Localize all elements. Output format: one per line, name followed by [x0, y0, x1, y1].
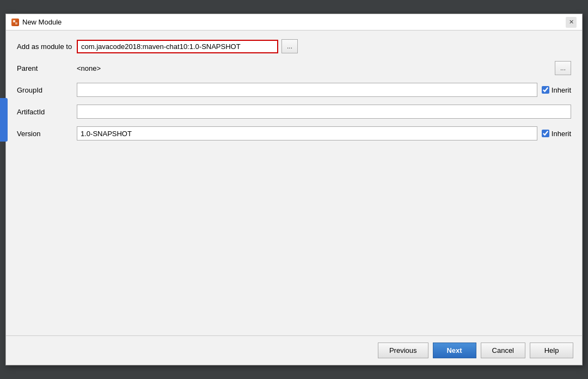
version-input[interactable]	[77, 126, 537, 140]
dialog-wrapper: New Module ✕ Add as module to com.javaco…	[0, 0, 588, 379]
parent-label: Parent	[17, 64, 77, 72]
groupid-inherit-text: Inherit	[552, 86, 571, 94]
add-as-module-label: Add as module to	[17, 42, 77, 51]
groupid-input[interactable]	[77, 83, 537, 97]
add-as-module-value: com.javacode2018:maven-chat10:1.0-SNAPSH…	[77, 40, 278, 53]
version-row: Version Inherit	[17, 126, 571, 140]
groupid-inherit-checkbox[interactable]	[542, 86, 549, 94]
module-icon	[11, 19, 19, 26]
groupid-label: GroupId	[17, 86, 77, 94]
version-inherit-label: Inherit	[542, 130, 571, 138]
groupid-row: GroupId Inherit	[17, 83, 571, 97]
new-module-dialog: New Module ✕ Add as module to com.javaco…	[5, 14, 583, 365]
groupid-inherit-label: Inherit	[542, 86, 571, 94]
version-inherit-text: Inherit	[552, 130, 571, 138]
title-bar-left: New Module	[11, 18, 62, 26]
add-as-module-row: Add as module to com.javacode2018:maven-…	[17, 39, 571, 53]
parent-row: Parent <none> ...	[17, 61, 571, 75]
title-bar: New Module ✕	[6, 14, 582, 30]
next-button[interactable]: Next	[433, 343, 476, 358]
side-accent-tab	[0, 98, 8, 142]
add-as-module-browse-button[interactable]: ...	[281, 39, 298, 53]
parent-value: <none>	[77, 63, 101, 74]
svg-rect-1	[15, 22, 17, 25]
artifactid-row: ArtifactId	[17, 105, 571, 119]
artifactid-label: ArtifactId	[17, 108, 77, 116]
dialog-footer: Previous Next Cancel Help	[6, 335, 582, 365]
dialog-title: New Module	[22, 18, 62, 26]
dialog-body: Add as module to com.javacode2018:maven-…	[6, 30, 582, 335]
parent-browse-button[interactable]: ...	[555, 61, 571, 75]
previous-button[interactable]: Previous	[378, 343, 428, 358]
svg-rect-0	[13, 20, 15, 22]
help-button[interactable]: Help	[530, 343, 573, 358]
version-label: Version	[17, 130, 77, 138]
version-inherit-checkbox[interactable]	[542, 130, 549, 137]
close-button[interactable]: ✕	[566, 17, 577, 28]
artifactid-input[interactable]	[77, 105, 571, 119]
cancel-button[interactable]: Cancel	[481, 343, 525, 358]
